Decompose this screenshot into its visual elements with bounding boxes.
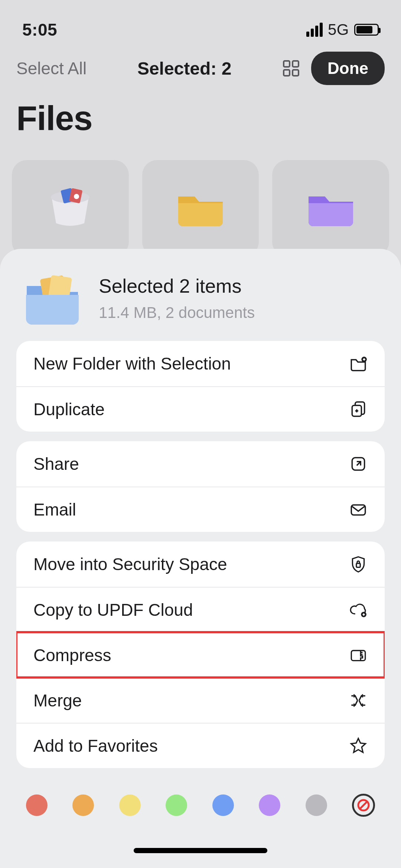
home-indicator[interactable]: [134, 848, 267, 853]
svg-point-7: [74, 194, 79, 199]
svg-rect-1: [293, 61, 299, 67]
bg-card-purple-folder: [272, 160, 389, 257]
action-group-2: Share Email: [16, 441, 385, 532]
action-duplicate[interactable]: Duplicate: [16, 386, 385, 432]
signal-icon: [306, 23, 323, 37]
archive-icon: [349, 646, 368, 664]
action-sheet: Selected 2 items 11.4 MB, 2 documents Ne…: [0, 249, 401, 868]
tag-yellow[interactable]: [119, 794, 141, 816]
folder-yellow-icon: [171, 182, 230, 227]
action-label: Copy to UPDF Cloud: [33, 600, 193, 620]
action-group-1: New Folder with Selection Duplicate: [16, 341, 385, 432]
folder-documents-icon: [21, 270, 84, 326]
tag-color-row: [0, 794, 401, 817]
mail-icon: [349, 500, 368, 519]
selection-nav: Select All Selected: 2 Done: [16, 45, 385, 92]
action-label: New Folder with Selection: [33, 354, 231, 374]
action-security-space[interactable]: Move into Security Space: [16, 542, 385, 587]
action-copy-cloud[interactable]: Copy to UPDF Cloud: [16, 587, 385, 632]
cloud-add-icon: [349, 601, 368, 619]
tag-orange[interactable]: [72, 794, 94, 816]
svg-rect-3: [293, 70, 299, 76]
done-button[interactable]: Done: [311, 52, 385, 85]
action-label: Compress: [33, 645, 111, 665]
action-label: Move into Security Space: [33, 554, 227, 574]
action-label: Share: [33, 454, 79, 474]
trash-bin-icon: [40, 182, 100, 227]
star-icon: [349, 737, 368, 755]
svg-rect-0: [284, 61, 290, 67]
tag-gray[interactable]: [306, 794, 327, 816]
no-tag-icon: [356, 798, 371, 813]
svg-rect-14: [356, 563, 360, 567]
grid-view-icon[interactable]: [282, 59, 300, 77]
status-time: 5:05: [22, 20, 57, 40]
svg-rect-2: [284, 70, 290, 76]
sheet-header: Selected 2 items 11.4 MB, 2 documents: [0, 249, 401, 341]
tag-green[interactable]: [166, 794, 187, 816]
action-label: Email: [33, 500, 76, 520]
background-folder-cards: [0, 160, 401, 257]
action-merge[interactable]: Merge: [16, 677, 385, 723]
sheet-subtitle: 11.4 MB, 2 documents: [99, 304, 255, 322]
action-email[interactable]: Email: [16, 487, 385, 532]
folder-add-icon: [349, 354, 368, 373]
action-label: Merge: [33, 690, 82, 711]
status-indicators: 5G: [306, 21, 379, 39]
selected-count: Selected: 2: [98, 58, 271, 79]
svg-rect-13: [351, 505, 365, 515]
status-bar: 5:05 5G: [0, 0, 401, 45]
action-label: Duplicate: [33, 399, 105, 419]
battery-icon: [354, 24, 379, 36]
bg-card-yellow-folder: [142, 160, 259, 257]
shield-lock-icon: [349, 555, 368, 573]
svg-line-18: [360, 802, 367, 809]
action-group-3: Move into Security Space Copy to UPDF Cl…: [16, 542, 385, 768]
tag-purple[interactable]: [259, 794, 280, 816]
bg-card-trash: [12, 160, 129, 257]
tag-blue[interactable]: [212, 794, 234, 816]
action-new-folder[interactable]: New Folder with Selection: [16, 341, 385, 386]
select-all-button[interactable]: Select All: [16, 58, 87, 78]
folder-purple-icon: [301, 182, 361, 227]
action-label: Add to Favorites: [33, 736, 158, 756]
action-favorite[interactable]: Add to Favorites: [16, 723, 385, 768]
network-type: 5G: [328, 21, 349, 39]
sheet-title: Selected 2 items: [99, 275, 255, 297]
share-icon: [349, 455, 368, 473]
action-compress[interactable]: Compress: [16, 632, 385, 677]
remove-tag-button[interactable]: [352, 794, 375, 817]
duplicate-icon: [349, 400, 368, 419]
action-share[interactable]: Share: [16, 441, 385, 487]
merge-icon: [349, 691, 368, 710]
page-title: Files: [16, 99, 385, 138]
tag-red[interactable]: [26, 794, 48, 816]
